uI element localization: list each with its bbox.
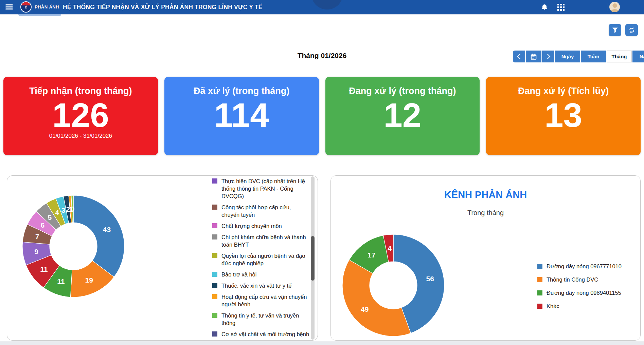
refresh-icon: [628, 27, 635, 34]
stat-card-subtitle: 01/01/2026 - 31/01/2026: [49, 133, 112, 139]
legend-label: Thông tin y tế, tư vấn và truyền thông: [221, 312, 310, 327]
ministry-of-health-logo-icon: ⚕: [20, 1, 32, 13]
brand-label[interactable]: PHẢN ÁNH: [35, 0, 59, 14]
dashboard-page: ⚕ PHẢN ÁNH HỆ THỐNG TIẾP NHẬN VÀ XỬ LÝ P…: [0, 0, 644, 345]
view-week-button[interactable]: Tuần: [581, 51, 606, 62]
legend-label: Thông tin Cổng DVC: [547, 276, 598, 283]
funnel-icon: [612, 27, 619, 34]
svg-text:19: 19: [85, 276, 93, 284]
top-navbar: ⚕ PHẢN ÁNH HỆ THỐNG TIẾP NHẬN VÀ XỬ LÝ P…: [0, 0, 644, 15]
view-day-button[interactable]: Ngày: [555, 51, 580, 62]
previous-period-button[interactable]: [513, 51, 525, 62]
notifications-bell-icon[interactable]: [539, 3, 550, 12]
chevron-left-icon: [517, 54, 522, 59]
legend-item[interactable]: Quyền lợi của người bệnh và đạo đức nghề…: [212, 252, 310, 267]
refresh-button[interactable]: [625, 24, 638, 36]
stat-card-value: 114: [214, 98, 269, 132]
horizontal-scrollbar-track[interactable]: [0, 341, 644, 345]
legend-item[interactable]: Đường dây nóng 0989401155: [537, 290, 639, 296]
legend-swatch: [212, 272, 217, 277]
svg-text:5: 5: [48, 213, 52, 221]
legend-swatch: [537, 264, 542, 269]
legend-swatch: [537, 304, 542, 309]
legend-label: Đường dây nóng 0989401155: [547, 290, 621, 296]
legend-label: Bảo trợ xã hội: [221, 271, 256, 278]
menu-icon[interactable]: [5, 4, 13, 9]
svg-text:49: 49: [361, 305, 369, 313]
stat-card-value: 13: [544, 98, 582, 132]
legend-swatch: [212, 234, 217, 239]
period-label: Tháng 01/2026: [271, 52, 373, 60]
stat-card[interactable]: Đã xử lý (trong tháng) 114: [164, 77, 319, 155]
legend-item[interactable]: Chất lượng chuyên môn: [212, 222, 310, 230]
svg-text:4: 4: [388, 244, 392, 252]
svg-text:43: 43: [103, 226, 111, 233]
svg-text:4: 4: [55, 209, 59, 216]
legend-label: Quyền lợi của người bệnh và đạo đức nghề…: [221, 252, 310, 267]
user-avatar[interactable]: [609, 2, 620, 12]
legend-swatch: [212, 294, 217, 299]
stat-card-title: Đang xử lý (trong tháng): [349, 86, 456, 96]
active-tab-underline: [18, 14, 61, 16]
stat-card-title: Đang xử lý (Tích lũy): [518, 86, 609, 96]
legend-label: Thuốc, vắc xin và vật tư y tế: [221, 282, 291, 289]
channels-donut-chart[interactable]: 5649174: [339, 231, 448, 340]
page-title: HỆ THỐNG TIẾP NHẬN VÀ XỬ LÝ PHẢN ÁNH TRO…: [63, 0, 263, 14]
legend-label: Hoạt động cấp cứu và vận chuyển người bệ…: [221, 293, 310, 308]
legend-label: Chi phí khám chữa bệnh và thanh toán BHY…: [221, 233, 310, 248]
chart-subtitle: Trong tháng: [331, 209, 640, 217]
legend-item[interactable]: Hoạt động cấp cứu và vận chuyển người bệ…: [212, 293, 310, 308]
chart-title: KÊNH PHẢN ÁNH: [331, 189, 640, 200]
navbar-separator: [608, 3, 608, 11]
stat-card-value: 12: [383, 98, 421, 132]
legend-item[interactable]: Cơ sở vật chất và môi trường bệnh viện: [212, 330, 310, 340]
feedback-channels-chart-card: KÊNH PHẢN ÁNH Trong tháng 5649174 Đường …: [330, 175, 641, 341]
legend-swatch: [212, 178, 217, 184]
legend-swatch: [212, 331, 217, 337]
legend-item[interactable]: Bảo trợ xã hội: [212, 271, 310, 278]
legend-label: Khác: [547, 303, 559, 309]
svg-text:11: 11: [57, 277, 65, 285]
view-month-button[interactable]: Tháng: [607, 51, 632, 62]
svg-text:3: 3: [61, 206, 65, 214]
next-period-button[interactable]: [542, 51, 554, 62]
legend-scrollbar-thumb[interactable]: [311, 236, 315, 281]
legend-item[interactable]: Khác: [537, 303, 639, 309]
legend-swatch: [212, 205, 217, 210]
svg-text:17: 17: [368, 251, 375, 259]
legend-item[interactable]: Đường dây nóng 0967771010: [537, 263, 639, 269]
svg-text:6: 6: [40, 221, 44, 229]
legend-item[interactable]: Chi phí khám chữa bệnh và thanh toán BHY…: [212, 233, 310, 248]
filter-button[interactable]: [609, 24, 621, 36]
legend-swatch: [212, 253, 217, 258]
navbar-decor-circle: [311, 0, 343, 9]
legend-label: Công tác phối hợp cấp cứu, chuyển tuyến: [221, 204, 310, 218]
categories-donut-chart[interactable]: 43191111976543210: [19, 192, 128, 301]
svg-text:7: 7: [35, 232, 39, 240]
categories-legend: Thực hiện DVC (cập nhật trên Hệ thống th…: [212, 177, 310, 340]
legend-label: Đường dây nóng 0967771010: [547, 263, 622, 269]
calendar-icon: [530, 53, 537, 60]
legend-item[interactable]: Thông tin y tế, tư vấn và truyền thông: [212, 312, 310, 327]
stat-card[interactable]: Đang xử lý (trong tháng) 12: [325, 77, 480, 155]
calendar-picker-button[interactable]: [526, 51, 541, 62]
legend-label: Chất lượng chuyên môn: [221, 222, 282, 230]
legend-item[interactable]: Thuốc, vắc xin và vật tư y tế: [212, 282, 310, 289]
legend-scrollbar-track[interactable]: [311, 176, 315, 340]
svg-text:11: 11: [40, 265, 48, 273]
stat-card-title: Tiếp nhận (trong tháng): [29, 86, 132, 96]
stat-card[interactable]: Đang xử lý (Tích lũy) 13: [486, 77, 641, 155]
legend-item[interactable]: Thực hiện DVC (cập nhật trên Hệ thống th…: [212, 177, 310, 200]
legend-item[interactable]: Thông tin Cổng DVC: [537, 276, 639, 283]
legend-swatch: [537, 277, 542, 282]
legend-label: Thực hiện DVC (cập nhật trên Hệ thống th…: [221, 177, 310, 200]
view-year-button[interactable]: Năm: [632, 51, 644, 62]
stat-card-title: Đã xử lý (trong tháng): [194, 86, 289, 96]
apps-grid-icon[interactable]: [556, 3, 566, 12]
stat-card[interactable]: Tiếp nhận (trong tháng) 126 01/01/2026 -…: [3, 77, 158, 155]
feedback-categories-chart-card: 43191111976543210 Thực hiện DVC (cập nhậ…: [7, 175, 318, 341]
legend-swatch: [537, 290, 542, 295]
channels-legend: Đường dây nóng 0967771010 Thông tin Cổng…: [537, 263, 639, 316]
legend-item[interactable]: Công tác phối hợp cấp cứu, chuyển tuyến: [212, 204, 310, 218]
legend-swatch: [212, 313, 217, 318]
